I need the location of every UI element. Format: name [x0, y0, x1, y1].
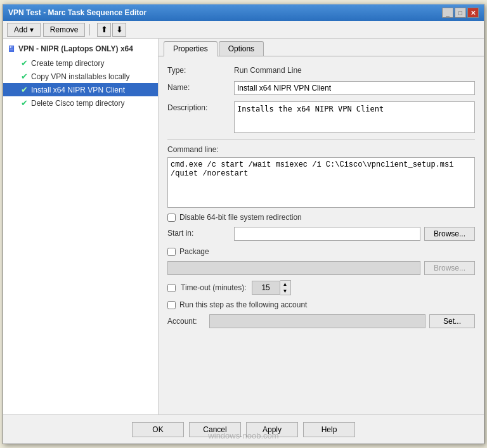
tree-item-0[interactable]: ✔ Create temp directory [3, 56, 158, 70]
check-icon-0: ✔ [21, 58, 28, 68]
tab-options[interactable]: Options [219, 41, 264, 56]
close-button[interactable]: ✕ [467, 8, 479, 18]
type-row: Type: Run Command Line [167, 64, 475, 75]
bottom-bar: OK Cancel Apply Help [3, 414, 484, 444]
main-window: VPN Test - Marc Task Sequence Editor _ □… [3, 4, 484, 444]
start-in-input[interactable] [234, 227, 420, 241]
tree-item-label-2: Install x64 NIPR VPN Client [31, 86, 125, 94]
start-in-label: Start in: [167, 227, 234, 238]
add-button[interactable]: Add ▾ [7, 23, 41, 37]
browse-2-button[interactable]: Browse... [424, 261, 475, 275]
account-label: Account: [167, 317, 205, 326]
toolbar: Add ▾ Remove ⬆ ⬇ [3, 21, 484, 39]
ok-button[interactable]: OK [132, 422, 184, 437]
disable-64bit-label: Disable 64-bit file system redirection [179, 213, 302, 222]
tree-item-label-3: Delete Cisco temp directory [31, 99, 124, 108]
command-line-input[interactable] [167, 157, 475, 208]
name-input[interactable] [234, 81, 475, 95]
tree-panel: 🖥 VPN - NIPR (Laptops ONLY) x64 ✔ Create… [3, 39, 159, 414]
type-value: Run Command Line [234, 64, 475, 75]
tree-root-label: VPN - NIPR (Laptops ONLY) x64 [18, 44, 133, 53]
maximize-button[interactable]: □ [455, 8, 466, 18]
main-area: 🖥 VPN - NIPR (Laptops ONLY) x64 ✔ Create… [3, 39, 484, 414]
window-title: VPN Test - Marc Task Sequence Editor [8, 8, 146, 17]
tree-item-label-0: Create temp directory [31, 59, 104, 68]
title-bar: VPN Test - Marc Task Sequence Editor _ □… [3, 4, 484, 21]
window-controls: _ □ ✕ [442, 8, 479, 18]
description-label: Description: [167, 101, 234, 112]
timeout-label: Time-out (minutes): [181, 283, 247, 292]
check-icon-2: ✔ [21, 85, 28, 94]
account-row: Account: Set... [167, 314, 475, 328]
spinner-down-button[interactable]: ▼ [280, 288, 290, 295]
divider-1 [167, 139, 475, 140]
package-checkbox-row: Package [167, 247, 475, 256]
name-label: Name: [167, 81, 234, 92]
timeout-spinner: ▲ ▼ [252, 280, 291, 295]
tab-bar: Properties Options [159, 39, 484, 56]
package-input[interactable] [167, 261, 420, 275]
spinner-up-button[interactable]: ▲ [280, 281, 290, 288]
help-button[interactable]: Help [303, 422, 355, 437]
description-input[interactable] [234, 101, 475, 133]
cancel-button[interactable]: Cancel [189, 422, 241, 437]
tree-root[interactable]: 🖥 VPN - NIPR (Laptops ONLY) x64 [3, 41, 158, 56]
right-panel: Properties Options Type: Run Command Lin… [159, 39, 484, 414]
properties-tab-content: Type: Run Command Line Name: Description… [159, 56, 484, 414]
run-as-row: Run this step as the following account [167, 300, 475, 309]
tab-properties[interactable]: Properties [164, 41, 218, 56]
account-input[interactable] [209, 314, 425, 328]
apply-button[interactable]: Apply [246, 422, 298, 437]
package-label: Package [179, 247, 209, 256]
package-checkbox[interactable] [167, 248, 176, 256]
package-input-row: Browse... [167, 261, 475, 275]
toolbar-icon-1[interactable]: ⬆ [97, 23, 111, 37]
command-line-label: Command line: [167, 145, 475, 154]
type-label: Type: [167, 64, 234, 75]
toolbar-icons: ⬆ ⬇ [97, 23, 126, 37]
spinner-buttons: ▲ ▼ [280, 280, 291, 295]
minimize-button[interactable]: _ [442, 8, 453, 18]
toolbar-separator [89, 24, 90, 35]
set-button[interactable]: Set... [429, 314, 475, 328]
disable-64bit-checkbox[interactable] [167, 214, 176, 222]
command-line-container [167, 157, 475, 208]
description-row: Description: [167, 101, 475, 133]
timeout-row: Time-out (minutes): ▲ ▼ [167, 280, 475, 295]
browse-1-button[interactable]: Browse... [424, 227, 475, 241]
name-row: Name: [167, 81, 475, 95]
timeout-checkbox[interactable] [167, 284, 176, 292]
remove-button[interactable]: Remove [43, 23, 86, 37]
toolbar-icon-2[interactable]: ⬇ [112, 23, 126, 37]
check-icon-3: ✔ [21, 98, 28, 108]
timeout-input[interactable] [252, 281, 280, 295]
start-in-input-row: Browse... [234, 227, 475, 241]
tree-item-1[interactable]: ✔ Copy VPN installables locally [3, 70, 158, 83]
run-as-checkbox[interactable] [167, 301, 176, 309]
tree-item-label-1: Copy VPN installables locally [31, 72, 129, 81]
folder-icon: 🖥 [7, 44, 16, 54]
tree-item-3[interactable]: ✔ Delete Cisco temp directory [3, 96, 158, 110]
tree-item-2[interactable]: ✔ Install x64 NIPR VPN Client [3, 83, 158, 96]
run-as-label: Run this step as the following account [179, 300, 307, 309]
start-in-row: Start in: Browse... [167, 227, 475, 241]
disable-64bit-row: Disable 64-bit file system redirection [167, 213, 475, 222]
check-icon-1: ✔ [21, 72, 28, 81]
